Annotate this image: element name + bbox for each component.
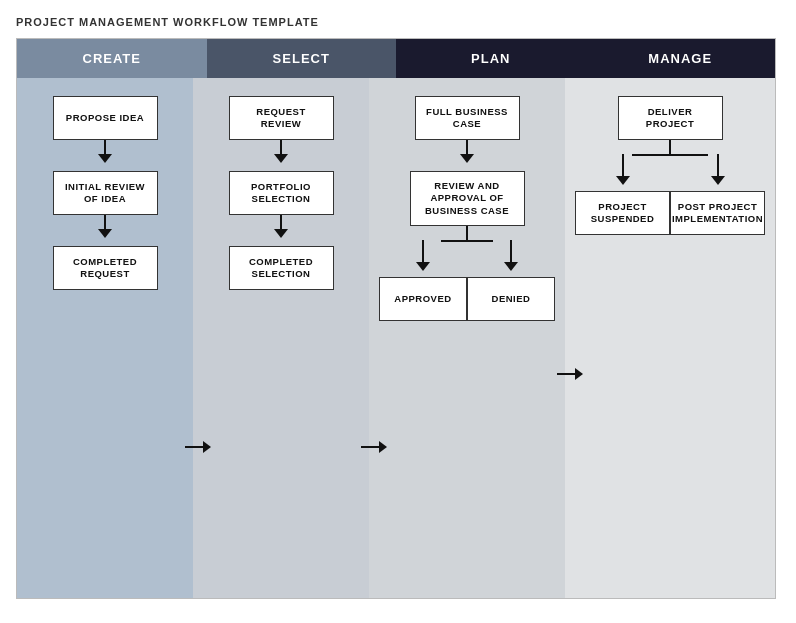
box-deliver-project: DELIVER PROJECT (618, 96, 723, 140)
col-header-manage: MANAGE (586, 39, 776, 78)
col-body-create: PROPOSE IDEA INITIAL REVIEW OF IDEA COMP… (17, 78, 193, 598)
box-completed-request: COMPLETED REQUEST (53, 246, 158, 290)
columns-body: PROPOSE IDEA INITIAL REVIEW OF IDEA COMP… (17, 78, 775, 598)
page-title: PROJECT MANAGEMENT WORKFLOW TEMPLATE (16, 16, 780, 28)
workflow-container: CREATE SELECT PLAN MANAGE PROPOSE IDEA I… (16, 38, 776, 599)
box-propose-idea: PROPOSE IDEA (53, 96, 158, 140)
box-post-project: POST PROJECT IMPLEMENTATION (670, 191, 765, 235)
box-project-suspended: PROJECT SUSPENDED (575, 191, 670, 235)
box-review-approval: REVIEW AND APPROVAL OF BUSINESS CASE (410, 171, 525, 226)
col-body-manage: DELIVER PROJECT PROJECT SUSPENDED (565, 78, 775, 598)
col-header-select: SELECT (207, 39, 397, 78)
box-approved: APPROVED (379, 277, 467, 321)
box-completed-selection: COMPLETED SELECTION (229, 246, 334, 290)
col-header-plan: PLAN (396, 39, 586, 78)
box-request-review: REQUEST REVIEW (229, 96, 334, 140)
column-headers: CREATE SELECT PLAN MANAGE (17, 39, 775, 78)
box-denied: DENIED (467, 277, 555, 321)
box-full-business-case: FULL BUSINESS CASE (415, 96, 520, 140)
box-portfolio-selection: PORTFOLIO SELECTION (229, 171, 334, 215)
col-body-plan: FULL BUSINESS CASE REVIEW AND APPROVAL O… (369, 78, 565, 598)
col-header-create: CREATE (17, 39, 207, 78)
box-initial-review: INITIAL REVIEW OF IDEA (53, 171, 158, 215)
col-body-select: REQUEST REVIEW PORTFOLIO SELECTION COMPL… (193, 78, 369, 598)
